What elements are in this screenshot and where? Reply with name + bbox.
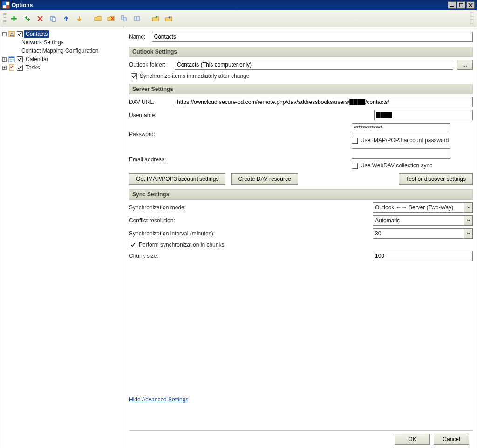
close-button[interactable]	[466, 1, 475, 9]
copy-icon[interactable]	[48, 14, 58, 24]
cancel-button[interactable]: Cancel	[434, 434, 469, 445]
svg-rect-10	[137, 17, 140, 20]
email-input[interactable]	[352, 148, 450, 159]
interval-select[interactable]: 30	[373, 228, 473, 239]
svg-rect-8	[123, 18, 126, 21]
tree-node-label[interactable]: Contacts	[24, 30, 49, 38]
svg-rect-4	[459, 3, 463, 7]
tree-node-network-settings[interactable]: Network Settings	[2, 38, 123, 47]
test-discover-button[interactable]: Test or discover settings	[399, 173, 473, 185]
perform-chunks-label: Perform synchronization in chunks	[139, 241, 224, 248]
create-dav-resource-button[interactable]: Create DAV resource	[231, 173, 298, 185]
tree-node-contact-mapping[interactable]: Contact Mapping Configuration	[2, 47, 123, 55]
browse-folder-button[interactable]: ...	[457, 60, 473, 70]
expander-icon[interactable]: +	[2, 57, 7, 62]
toolbar-grip	[3, 13, 6, 24]
minimize-button[interactable]	[448, 1, 456, 9]
add-multiple-icon[interactable]	[22, 14, 32, 24]
add-icon[interactable]	[9, 14, 19, 24]
maximize-button[interactable]	[457, 1, 465, 9]
tasks-icon	[8, 64, 15, 71]
open-folder-icon[interactable]	[93, 14, 103, 24]
tree-node-label[interactable]: Tasks	[24, 64, 41, 71]
move-down-icon[interactable]	[74, 14, 84, 24]
use-webdav-sync-checkbox[interactable]	[352, 163, 358, 169]
sync-mode-select[interactable]: Outlook ←→ Server (Two-Way)	[373, 202, 473, 213]
username-label: Username:	[129, 112, 175, 118]
sync-mode-label: Synchronization mode:	[129, 204, 232, 211]
section-header-sync: Sync Settings	[129, 189, 473, 200]
use-imap-password-checkbox[interactable]	[352, 138, 358, 144]
tree-checkbox[interactable]	[17, 65, 23, 71]
password-label: Password:	[129, 131, 175, 138]
calendar-icon	[8, 55, 15, 63]
settings-panel: Name: Outlook Settings Outlook folder: .…	[125, 27, 477, 448]
svg-rect-6	[52, 18, 55, 21]
dialog-footer: OK Cancel	[129, 430, 473, 448]
tree-node-contacts[interactable]: − Contacts	[2, 30, 123, 38]
svg-rect-15	[9, 57, 14, 58]
use-webdav-sync-label: Use WebDAV collection sync	[361, 162, 432, 169]
export-icon[interactable]	[150, 14, 161, 24]
conflict-value: Automatic	[375, 217, 400, 224]
section-header-outlook: Outlook Settings	[129, 47, 473, 57]
section-header-server: Server Settings	[129, 84, 473, 94]
name-label: Name:	[129, 34, 152, 40]
tree-node-tasks[interactable]: + Tasks	[2, 63, 123, 72]
chevron-down-icon	[464, 216, 472, 225]
expand-all-icon[interactable]	[132, 14, 142, 24]
username-input[interactable]	[374, 110, 473, 120]
svg-rect-2	[6, 5, 9, 8]
chunk-size-label: Chunk size:	[129, 253, 232, 259]
toolbar	[0, 10, 477, 27]
use-imap-password-label: Use IMAP/POP3 account password	[361, 137, 449, 144]
dav-url-label: DAV URL:	[129, 99, 175, 105]
conflict-label: Conflict resolution:	[129, 217, 232, 224]
password-input[interactable]	[352, 123, 450, 133]
tree-node-label[interactable]: Network Settings	[20, 39, 65, 46]
expander-icon[interactable]: −	[2, 32, 7, 36]
svg-rect-9	[134, 17, 137, 20]
perform-chunks-checkbox[interactable]	[130, 242, 136, 248]
chevron-down-icon	[464, 203, 472, 212]
remove-folder-icon[interactable]	[106, 14, 116, 24]
ok-button[interactable]: OK	[395, 434, 430, 445]
svg-rect-13	[10, 35, 14, 36]
contacts-icon	[8, 30, 15, 38]
outlook-folder-input[interactable]	[175, 60, 453, 70]
delete-icon[interactable]	[35, 14, 45, 24]
chunk-size-input[interactable]	[373, 251, 473, 261]
dav-url-input[interactable]	[175, 97, 473, 107]
outlook-folder-label: Outlook folder:	[129, 62, 175, 68]
import-icon[interactable]	[164, 14, 174, 24]
tree-checkbox[interactable]	[17, 56, 23, 62]
move-up-icon[interactable]	[61, 14, 71, 24]
expander-icon[interactable]: +	[2, 66, 7, 70]
svg-point-12	[11, 33, 13, 34]
window-title: Options	[12, 2, 33, 8]
svg-rect-3	[450, 6, 454, 7]
collapse-all-icon[interactable]	[119, 14, 129, 24]
titlebar: Options	[0, 0, 477, 10]
app-icon	[2, 1, 10, 9]
tree-node-calendar[interactable]: + Calendar	[2, 55, 123, 63]
tree-node-label[interactable]: Calendar	[24, 55, 50, 63]
profile-tree[interactable]: − Contacts Network Settings Contact Mapp…	[0, 27, 125, 448]
sync-immediately-label: Synchronize items immediately after chan…	[140, 73, 249, 79]
toolbar-overflow-grip[interactable]	[470, 12, 474, 25]
options-window: Options − Contac	[0, 0, 477, 448]
ellipsis-icon: ...	[463, 62, 467, 68]
hide-advanced-link[interactable]: Hide Advanced Settings	[129, 396, 188, 403]
tree-node-label[interactable]: Contact Mapping Configuration	[20, 47, 100, 55]
email-label: Email address:	[129, 156, 175, 163]
interval-value: 30	[375, 230, 381, 237]
tree-checkbox[interactable]	[17, 31, 23, 37]
interval-label: Synchronization interval (minutes):	[129, 230, 232, 237]
sync-immediately-checkbox[interactable]	[131, 73, 137, 79]
get-imap-settings-button[interactable]: Get IMAP/POP3 account settings	[129, 173, 225, 185]
window-buttons	[448, 1, 475, 9]
sync-mode-value: Outlook ←→ Server (Two-Way)	[375, 204, 453, 211]
svg-rect-1	[3, 2, 6, 5]
name-input[interactable]	[152, 32, 473, 42]
conflict-select[interactable]: Automatic	[373, 215, 473, 226]
